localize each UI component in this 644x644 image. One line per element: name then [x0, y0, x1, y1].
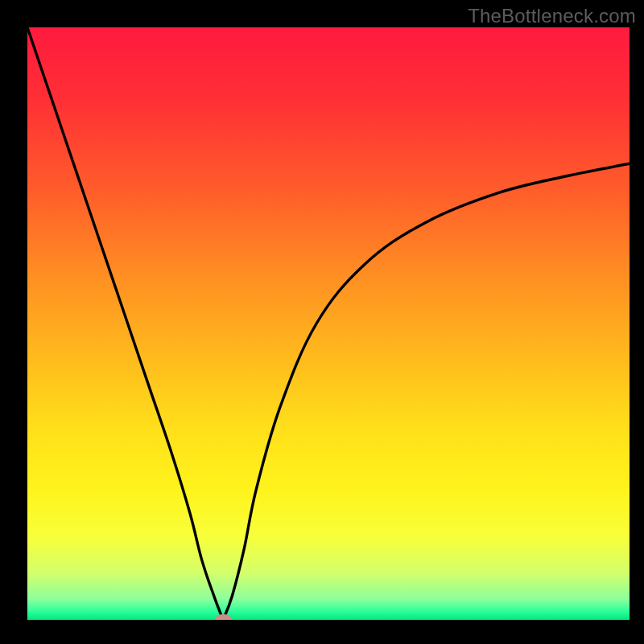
watermark-text: TheBottleneck.com [468, 5, 636, 27]
gradient-background [27, 27, 630, 620]
bottleneck-chart [27, 27, 630, 620]
chart-frame: TheBottleneck.com [0, 0, 644, 644]
optimum-marker [215, 614, 232, 620]
plot-area [27, 27, 630, 620]
